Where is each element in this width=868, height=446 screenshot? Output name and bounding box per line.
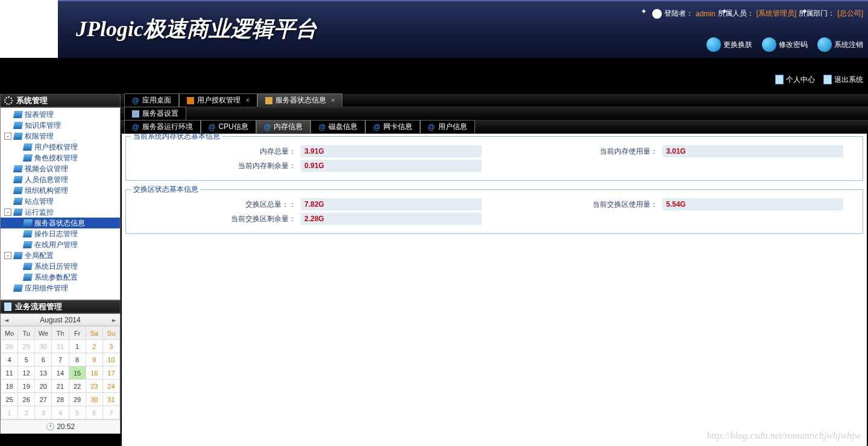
close-icon[interactable]: × [246,97,250,104]
calendar-day-cell[interactable]: 14 [52,366,69,380]
tree-item-site[interactable]: 站点管理 [1,196,120,207]
tree-item-knowledge[interactable]: 知识库管理 [1,120,120,131]
free-mem-label: 当前内存剩余量： [126,161,301,171]
infotab-env[interactable]: @服务器运行环境 [124,120,201,133]
tree-item-sys-calendar[interactable]: 系统日历管理 [1,261,120,272]
tree-item-reports[interactable]: 报表管理 [1,109,120,120]
calendar-day-cell[interactable]: 15 [69,366,86,380]
tree-item-runtime[interactable]: -运行监控 [1,207,120,218]
subtab-server-settings[interactable]: 服务器设置 [124,107,186,120]
tree-item-sys-param[interactable]: 系统参数配置 [1,272,120,283]
calendar-day-cell[interactable]: 29 [69,393,86,406]
tab-desktop[interactable]: @应用桌面 [124,93,179,107]
calendar-day-cell[interactable]: 21 [52,380,69,393]
tree-item-video[interactable]: 视频会议管理 [1,163,120,174]
swap-free-value: 2.28G [301,213,482,225]
sidebar-panel-system[interactable]: 系统管理 [0,94,121,107]
calendar-day-cell[interactable]: 4 [1,353,18,366]
change-password-link[interactable]: 修改密码 [762,37,808,52]
tab-label: 服务器设置 [142,108,178,119]
calendar-day-cell[interactable]: 2 [18,406,35,419]
calendar-title[interactable]: August 2014 [40,316,80,324]
calendar-day-cell[interactable]: 4 [52,406,69,419]
exit-system-link[interactable]: 退出系统 [823,75,863,85]
calendar-day-cell[interactable]: 9 [86,353,102,366]
collapse-icon[interactable]: - [4,209,11,216]
calendar-day-cell[interactable]: 25 [1,393,18,406]
tree-item-permission[interactable]: -权限管理 [1,131,120,142]
infotab-memory[interactable]: @内存信息 [256,120,311,133]
close-icon[interactable]: × [332,97,335,104]
infotab-cpu[interactable]: @CPU信息 [201,120,256,133]
collapse-icon[interactable]: - [4,252,11,259]
calendar-day-cell[interactable]: 12 [18,366,35,380]
calendar-day-cell[interactable]: 13 [35,366,52,380]
calendar-day-cell[interactable]: 7 [52,353,69,366]
tab-user-auth[interactable]: 用户授权管理× [179,93,257,107]
change-skin-link[interactable]: 更换换肤 [706,37,752,52]
calendar-day-cell[interactable]: 3 [35,406,52,419]
doc-icon [775,75,784,84]
calendar-next-button[interactable]: ► [112,316,116,324]
system-logout-link[interactable]: 系统注销 [817,37,863,52]
sidebar-panel-workflow[interactable]: 业务流程管理 [0,300,121,313]
calendar-day-cell[interactable]: 28 [1,340,18,353]
calendar-day-cell[interactable]: 23 [86,380,102,393]
calendar-day-cell[interactable]: 1 [1,406,18,419]
at-icon: @ [132,123,139,131]
calendar-day-cell[interactable]: 30 [86,393,102,406]
calendar-day-cell[interactable]: 5 [69,406,86,419]
info-tabs: @服务器运行环境 @CPU信息 @内存信息 @磁盘信息 @网卡信息 @用户信息 [121,121,868,134]
tree-item-role-auth[interactable]: 角色授权管理 [1,152,120,163]
tree-label: 系统日历管理 [34,262,78,272]
tree-label: 系统参数配置 [34,272,78,283]
book-icon [23,219,33,227]
calendar-day-cell[interactable]: 6 [86,406,102,419]
tree-item-user-auth[interactable]: 用户授权管理 [1,142,120,152]
calendar-day-cell[interactable]: 26 [18,393,35,406]
calendar-day-cell[interactable]: 1 [69,340,86,353]
calendar-day-cell[interactable]: 5 [18,353,35,366]
tree-item-global[interactable]: -全局配置 [1,250,120,261]
tree-item-app-comp[interactable]: 应用组件管理 [1,283,120,294]
calendar-day-cell[interactable]: 31 [52,340,69,353]
tree-item-op-log[interactable]: 操作日志管理 [1,228,120,239]
infotab-disk[interactable]: @磁盘信息 [310,120,365,133]
calendar-day-cell[interactable]: 24 [102,380,119,393]
calendar-day-cell[interactable]: 3 [102,340,119,353]
calendar-day-cell[interactable]: 6 [35,353,52,366]
tree-item-server-status[interactable]: 服务器状态信息 [1,218,120,228]
person-icon [652,9,662,19]
calendar-day-cell[interactable]: 29 [18,340,35,353]
calendar-day-cell[interactable]: 30 [35,340,52,353]
tab-label: 服务器状态信息 [275,95,326,105]
collapse-icon[interactable]: - [4,133,11,140]
tree-item-org[interactable]: 组织机构管理 [1,185,120,196]
infotab-nic[interactable]: @网卡信息 [365,120,420,133]
calendar-day-cell[interactable]: 17 [102,366,119,380]
calendar-day-cell[interactable]: 16 [86,366,102,380]
personal-center-link[interactable]: 个人中心 [775,75,815,85]
calendar-prev-button[interactable]: ◄ [4,316,8,324]
calendar-day-cell[interactable]: 27 [35,393,52,406]
calendar-day-cell[interactable]: 18 [1,380,18,393]
calendar-day-cell[interactable]: 11 [1,366,18,380]
calendar-day-cell[interactable]: 2 [86,340,102,353]
dept-value: [总公司] [837,8,863,19]
tree-item-online-user[interactable]: 在线用户管理 [1,239,120,250]
header-actions: 更换换肤 修改密码 系统注销 [706,37,863,52]
tab-server-status[interactable]: 服务器状态信息× [257,93,343,107]
calendar-day-cell[interactable]: 19 [18,380,35,393]
calendar-day-cell[interactable]: 10 [102,353,119,366]
tree-item-person-info[interactable]: 人员信息管理 [1,174,120,185]
calendar-day-cell[interactable]: 7 [102,406,119,419]
calendar-day-cell[interactable]: 31 [102,393,119,406]
calendar-day-cell[interactable]: 8 [69,353,86,366]
tree-label: 组织机构管理 [25,186,68,196]
infotab-user[interactable]: @用户信息 [420,120,475,133]
tree-label: 用户授权管理 [34,142,78,152]
calendar-day-cell[interactable]: 20 [35,380,52,393]
settings-icon [132,110,139,118]
calendar-day-cell[interactable]: 28 [52,393,69,406]
calendar-day-cell[interactable]: 22 [69,380,86,393]
